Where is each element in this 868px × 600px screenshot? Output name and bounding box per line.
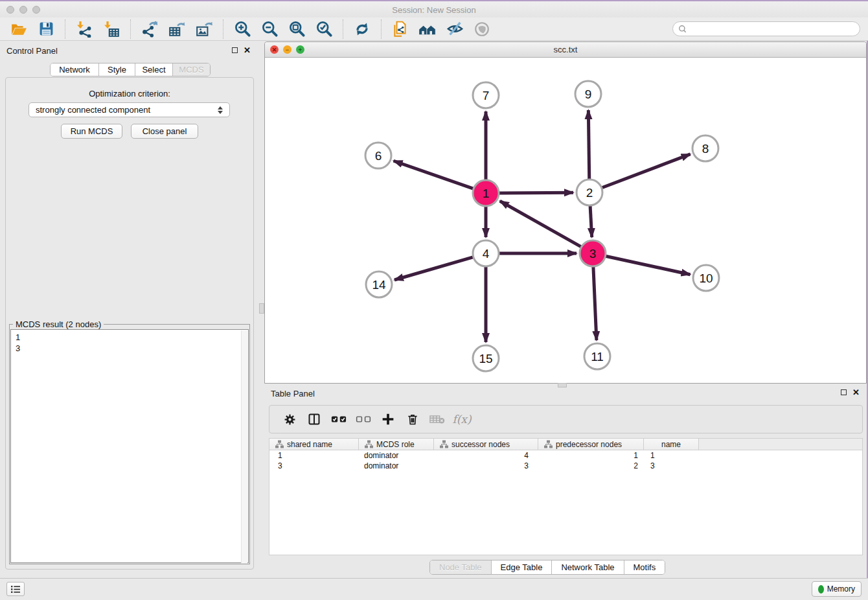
tree-icon [544,440,553,448]
graph-node-1[interactable]: 1 [473,180,499,206]
deselect-all-icon[interactable] [354,410,372,428]
hide-selected-icon[interactable] [445,19,464,39]
network-window-titlebar[interactable]: ✕ − + scc.txt [265,42,866,58]
status-bar [0,578,868,600]
table-row[interactable]: 1 dominator 4 1 1 [269,450,862,461]
node-label-7: 7 [483,89,490,102]
column-header-name[interactable]: name [644,439,699,450]
open-session-icon[interactable] [9,19,29,39]
graph-node-9[interactable]: 9 [575,81,601,107]
graph-node-2[interactable]: 2 [577,179,602,205]
app-titlebar: Session: New Session [0,1,868,17]
column-header-filler [699,439,862,450]
column-header-predecessor-nodes[interactable]: predecessor nodes [538,439,644,450]
edge-2-9[interactable] [588,110,589,180]
mcds-result-list[interactable]: 1 3 [10,329,249,563]
graph-node-11[interactable]: 11 [584,343,610,369]
edge-1-2[interactable] [498,192,573,193]
edge-2-3[interactable] [590,205,592,237]
tab-node-table[interactable]: Node Table [430,560,491,574]
table-row[interactable]: 3 dominator 3 2 3 [269,461,862,471]
first-neighbors-icon[interactable] [418,19,437,39]
edge-3-10[interactable] [605,256,691,275]
node-label-15: 15 [479,352,492,365]
node-label-4: 4 [483,247,490,260]
node-label-8: 8 [702,142,709,156]
delete-table-icon [428,410,446,428]
tree-icon [365,440,373,448]
column-header-mcds-role[interactable]: MCDS role [359,439,434,450]
graph-node-3[interactable]: 3 [580,240,606,266]
zoom-in-icon[interactable] [233,19,252,39]
graph-node-14[interactable]: 14 [366,271,392,297]
gear-icon[interactable] [280,410,299,428]
toolbar-separator [130,19,131,39]
result-scrollbar[interactable] [241,330,247,563]
vertical-splitter-handle[interactable] [259,303,264,314]
result-line: 3 [16,343,248,354]
criterion-dropdown[interactable]: strongly connected component [29,102,230,117]
tab-style[interactable]: Style [98,63,135,76]
network-window: ✕ − + scc.txt 7968124314101511 [264,41,867,384]
search-input[interactable] [687,22,860,36]
node-label-11: 11 [591,350,604,363]
float-panel-icon[interactable] [232,47,238,53]
memory-button[interactable]: Memory [812,581,862,597]
zoom-selected-icon[interactable] [314,19,334,39]
tree-icon [440,440,448,448]
graph-node-4[interactable]: 4 [473,240,499,266]
close-table-panel-icon[interactable]: ✕ [852,389,860,395]
split-columns-icon[interactable] [305,410,323,428]
table-toolbar: f(x) [269,405,863,433]
export-image-icon[interactable] [194,19,214,39]
tree-icon [275,440,284,448]
tab-edge-table[interactable]: Edge Table [491,560,552,574]
save-session-icon[interactable] [36,19,56,39]
graph-node-15[interactable]: 15 [473,345,499,371]
task-history-button[interactable] [6,582,25,596]
edge-3-1[interactable] [500,201,582,247]
graph-node-8[interactable]: 8 [692,135,718,161]
delete-column-icon[interactable] [404,410,422,428]
graph-node-10[interactable]: 10 [693,265,719,291]
zoom-fit-icon[interactable] [287,19,306,39]
network-window-title: scc.txt [265,45,866,54]
node-label-14: 14 [372,278,386,292]
table-panel-title: Table Panel [271,389,315,398]
horizontal-splitter-handle[interactable] [558,383,567,387]
tab-network[interactable]: Network [51,63,98,76]
tab-motifs[interactable]: Motifs [624,560,665,574]
import-network-icon[interactable] [74,19,94,39]
graph-node-7[interactable]: 7 [473,82,499,108]
close-panel-icon[interactable]: ✕ [244,47,251,53]
toolbar-separator [381,19,382,39]
export-network-icon[interactable] [140,19,159,39]
edge-4-14[interactable] [394,257,474,280]
edge-3-11[interactable] [593,266,597,340]
tab-network-table[interactable]: Network Table [551,560,623,574]
function-builder-icon: f(x) [453,410,471,428]
edge-2-8[interactable] [601,154,691,188]
memory-label: Memory [827,584,855,594]
edge-1-6[interactable] [394,161,474,189]
graph-node-6[interactable]: 6 [365,143,391,168]
network-canvas[interactable]: 7968124314101511 [265,58,866,384]
criterion-value: strongly connected component [36,105,150,115]
node-label-1: 1 [483,187,490,200]
close-panel-button[interactable]: Close panel [131,124,198,139]
refresh-layout-icon[interactable] [352,19,372,39]
run-mcds-button[interactable]: Run MCDS [61,124,122,139]
import-table-icon[interactable] [102,19,121,39]
add-column-icon[interactable] [379,410,397,428]
control-panel-tabs: Network Style Select MCDS [50,63,211,76]
node-label-6: 6 [375,149,382,163]
tab-mcds[interactable]: MCDS [172,63,210,76]
column-header-successor-nodes[interactable]: successor nodes [434,439,538,450]
float-table-panel-icon[interactable] [841,389,847,395]
zoom-out-icon[interactable] [260,19,279,39]
select-all-icon[interactable] [330,410,348,428]
tab-select[interactable]: Select [135,63,172,76]
duplicate-network-icon[interactable] [391,19,410,39]
column-header-shared-name[interactable]: shared name [269,439,359,450]
export-table-icon[interactable] [167,19,187,39]
